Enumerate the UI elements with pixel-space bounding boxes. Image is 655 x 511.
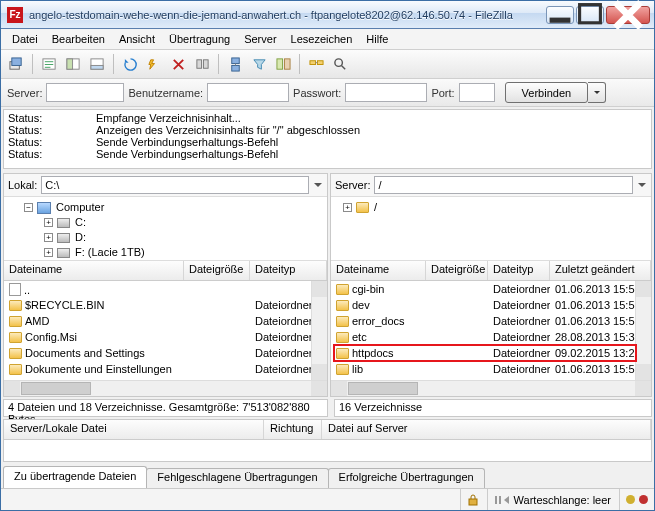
local-status: 4 Dateien und 18 Verzeichnisse. Gesamtgr…: [3, 399, 328, 417]
server-input[interactable]: [46, 83, 124, 102]
local-list[interactable]: ..$RECYCLE.BINDateiordnerAMDDateiordnerC…: [4, 281, 327, 380]
list-item[interactable]: cgi-binDateiordner01.06.2013 15:51:57: [331, 281, 651, 297]
local-tree[interactable]: −Computer +C: +D: +F: (Lacie 1TB): [4, 197, 327, 261]
sync-browse-icon[interactable]: [305, 53, 327, 75]
queue-tabs: Zu übertragende Dateien Fehlgeschlagene …: [3, 466, 652, 488]
scrollbar-v[interactable]: [311, 281, 327, 380]
local-label: Lokal:: [8, 179, 37, 191]
queue-indicator-icon: [494, 494, 510, 506]
list-item[interactable]: etcDateiordner28.08.2013 15:39:18: [331, 329, 651, 345]
remote-list[interactable]: cgi-binDateiordner01.06.2013 15:51:57dev…: [331, 281, 651, 380]
svg-rect-14: [309, 60, 315, 64]
svg-rect-7: [90, 65, 102, 69]
tab-failed[interactable]: Fehlgeschlagene Übertragungen: [146, 468, 328, 488]
disconnect-icon[interactable]: [191, 53, 213, 75]
menu-hilfe[interactable]: Hilfe: [359, 31, 395, 47]
toggle-tree-icon[interactable]: [62, 53, 84, 75]
connect-button[interactable]: Verbinden: [505, 82, 589, 103]
svg-rect-10: [231, 57, 239, 63]
menu-server[interactable]: Server: [237, 31, 283, 47]
svg-rect-8: [196, 59, 201, 67]
scrollbar-v[interactable]: [635, 281, 651, 380]
scrollbar-h[interactable]: [4, 380, 327, 396]
process-queue-icon[interactable]: [143, 53, 165, 75]
toggle-queue-icon[interactable]: [86, 53, 108, 75]
titlebar[interactable]: Fz angelo-testdomain-wehe-wenn-die-jeman…: [1, 1, 654, 29]
svg-rect-2: [11, 57, 20, 65]
svg-rect-17: [469, 499, 477, 505]
app-icon: Fz: [7, 7, 23, 23]
close-button[interactable]: [606, 6, 650, 24]
toolbar: [1, 49, 654, 79]
reconnect-icon[interactable]: [224, 53, 246, 75]
svg-rect-9: [203, 59, 208, 67]
status-dot-icon: [639, 495, 648, 504]
log-label: Status:: [8, 112, 96, 124]
list-item[interactable]: ..: [4, 281, 327, 297]
list-item[interactable]: error_docsDateiordner01.06.2013 15:51:57: [331, 313, 651, 329]
list-item[interactable]: Documents and SettingsDateiordner: [4, 345, 327, 361]
list-item[interactable]: httpdocsDateiordner09.02.2015 13:21:32: [331, 345, 651, 361]
local-path-input[interactable]: [41, 176, 309, 194]
server-label: Server:: [7, 87, 42, 99]
svg-rect-5: [66, 58, 72, 68]
list-item[interactable]: lib64Dateiordner01.06.2013 15:51:57: [331, 377, 651, 380]
svg-rect-11: [231, 65, 239, 71]
connect-dropdown[interactable]: [588, 82, 606, 103]
local-list-header[interactable]: DateinameDateigrößeDateityp: [4, 261, 327, 281]
chevron-down-icon[interactable]: [313, 180, 323, 190]
status-dot-icon: [626, 495, 635, 504]
menu-ansicht[interactable]: Ansicht: [112, 31, 162, 47]
menu-bearbeiten[interactable]: Bearbeiten: [45, 31, 112, 47]
scrollbar-h[interactable]: [331, 380, 651, 396]
tab-queued[interactable]: Zu übertragende Dateien: [3, 466, 147, 488]
remote-label: Server:: [335, 179, 370, 191]
toggle-log-icon[interactable]: [38, 53, 60, 75]
remote-path-input[interactable]: [374, 176, 633, 194]
menu-uebertragung[interactable]: Übertragung: [162, 31, 237, 47]
svg-rect-15: [317, 60, 323, 64]
menu-datei[interactable]: Datei: [5, 31, 45, 47]
maximize-button[interactable]: [576, 6, 604, 24]
filter-icon[interactable]: [248, 53, 270, 75]
search-icon[interactable]: [329, 53, 351, 75]
svg-point-16: [334, 58, 342, 66]
list-item[interactable]: $RECYCLE.BINDateiordner: [4, 297, 327, 313]
remote-list-header[interactable]: DateinameDateigrößeDateitypZuletzt geänd…: [331, 261, 651, 281]
svg-rect-18: [495, 496, 497, 504]
lock-icon: [467, 494, 479, 506]
window-title: angelo-testdomain-wehe-wenn-die-jemand-a…: [29, 9, 544, 21]
port-input[interactable]: [459, 83, 495, 102]
user-input[interactable]: [207, 83, 289, 102]
cancel-icon[interactable]: [167, 53, 189, 75]
quickconnect-bar: Server: Benutzername: Passwort: Port: Ve…: [1, 79, 654, 107]
svg-rect-19: [499, 496, 501, 504]
svg-rect-0: [580, 4, 601, 22]
menubar: Datei Bearbeiten Ansicht Übertragung Ser…: [1, 29, 654, 49]
list-item[interactable]: AMDDateiordner: [4, 313, 327, 329]
pass-input[interactable]: [345, 83, 427, 102]
remote-pane: Server: +/ DateinameDateigrößeDateitypZu…: [330, 173, 652, 397]
chevron-down-icon[interactable]: [637, 180, 647, 190]
menu-lesezeichen[interactable]: Lesezeichen: [284, 31, 360, 47]
user-label: Benutzername:: [128, 87, 203, 99]
pass-label: Passwort:: [293, 87, 341, 99]
refresh-icon[interactable]: [119, 53, 141, 75]
svg-rect-12: [276, 58, 282, 68]
statusbar: Warteschlange: leer: [1, 488, 654, 510]
remote-tree[interactable]: +/: [331, 197, 651, 261]
list-item[interactable]: libDateiordner01.06.2013 15:51:57: [331, 361, 651, 377]
list-item[interactable]: Dokumente und EinstellungenDateiordner: [4, 361, 327, 377]
list-item[interactable]: Config.MsiDateiordner: [4, 329, 327, 345]
window: Fz angelo-testdomain-wehe-wenn-die-jeman…: [0, 0, 655, 511]
transfer-queue: Server/Lokale DateiRichtungDatei auf Ser…: [3, 419, 652, 462]
remote-status: 16 Verzeichnisse: [334, 399, 652, 417]
list-item[interactable]: IntelDateiordner: [4, 377, 327, 380]
compare-icon[interactable]: [272, 53, 294, 75]
minimize-button[interactable]: [546, 6, 574, 24]
tab-success[interactable]: Erfolgreiche Übertragungen: [328, 468, 485, 488]
list-item[interactable]: devDateiordner01.06.2013 15:51:57: [331, 297, 651, 313]
message-log[interactable]: Status:Empfange Verzeichnisinhalt... Sta…: [3, 109, 652, 169]
site-manager-icon[interactable]: [5, 53, 27, 75]
local-pane: Lokal: −Computer +C: +D: +F: (Lacie 1TB)…: [3, 173, 328, 397]
